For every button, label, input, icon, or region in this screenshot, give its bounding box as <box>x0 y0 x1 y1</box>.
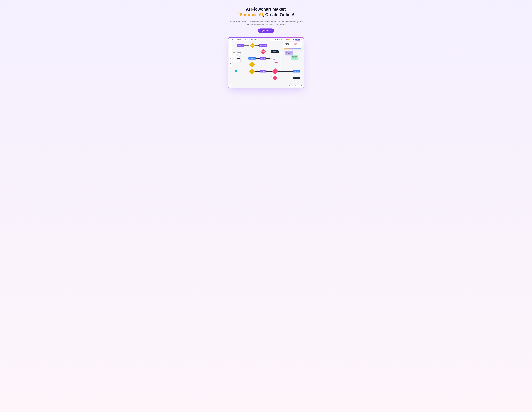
node-prod-env[interactable]: Production Environment <box>272 68 278 75</box>
ai-logo-icon <box>251 39 252 40</box>
send-icon[interactable]: → <box>300 46 301 48</box>
node-sec-test[interactable]: Security Testing <box>248 57 256 60</box>
node-delayed[interactable]: Delayed Launch <box>293 77 300 79</box>
frame-icon[interactable]: ▢ <box>230 45 231 46</box>
search-icon[interactable]: ⌕ <box>247 39 248 40</box>
collaborator-avatars[interactable] <box>286 39 290 40</box>
reaction-count: 6 <box>285 55 286 56</box>
back-icon[interactable]: ‹ <box>230 39 231 40</box>
panel-back-icon[interactable]: ‹ <box>283 44 284 45</box>
board-name[interactable]: Whiteboard <box>236 39 241 40</box>
cursor-anna: Anna <box>274 61 275 63</box>
chevron-down-icon[interactable]: ⌄ <box>241 39 242 40</box>
node-validation[interactable]: Validation <box>250 43 255 48</box>
ai-assistant-button[interactable]: AI Assistant <box>250 38 258 41</box>
ai-prompt-input[interactable]: Interface testing → <box>283 46 302 49</box>
chevron-icon[interactable]: › <box>271 39 272 40</box>
undo-icon[interactable]: ↶ <box>289 85 290 87</box>
confetti-icon[interactable]: ✦ <box>275 39 276 40</box>
template-icon[interactable]: ⊞ <box>230 63 231 64</box>
comment-icon[interactable]: ◔ <box>277 39 278 40</box>
app-preview-frame: ‹ ≡ ☁ Whiteboard ⌄ ◇ ⌕ AI Assistant › ▷ … <box>228 37 304 88</box>
tag-icon[interactable]: ◇ <box>245 39 246 40</box>
more-icon[interactable]: ⋯ <box>283 39 284 40</box>
share-user-icon: 👤 <box>296 39 297 40</box>
node-api-dev[interactable]: API development <box>237 45 244 46</box>
app-topbar: ‹ ≡ ☁ Whiteboard ⌄ ◇ ⌕ AI Assistant › ▷ … <box>229 38 303 41</box>
shape-icon[interactable]: ◻ <box>230 53 231 54</box>
tool-sidebar: ▢ T ◻ ∫ ✎ ✕ ⊞ ⋯ <box>229 42 232 67</box>
panel-title: Generate flowchart <box>285 43 292 45</box>
connector-icon[interactable]: ✕ <box>230 60 231 62</box>
sticky-note-icon[interactable] <box>230 50 231 51</box>
help-icon[interactable]: ? <box>301 39 302 40</box>
history-icon[interactable]: ↺ <box>279 39 280 40</box>
line-icon[interactable]: ∫ <box>230 55 231 56</box>
menu-icon[interactable]: ≡ <box>232 39 233 40</box>
node-ci-test[interactable]: CI Testing <box>260 70 266 73</box>
points-remaining: ◔ Remaining points:200 <box>293 43 300 45</box>
pen-icon[interactable]: ✎ <box>230 58 231 59</box>
pointer-icon[interactable]: ▷ <box>295 85 296 87</box>
highlight-text: Embrace AI <box>240 12 263 18</box>
node-basic-test[interactable]: Basic Testing <box>260 57 266 60</box>
zoom-level[interactable]: 100% <box>298 85 300 86</box>
cursor-eric: Eric <box>272 58 273 60</box>
more-tools-icon[interactable]: ⋯ <box>230 65 231 67</box>
node-problem[interactable]: Problem Notifications <box>271 50 279 53</box>
sparkle-icon: ✦ <box>238 12 239 14</box>
node-test-report[interactable]: Test Report <box>249 62 255 68</box>
view-controls: ↶ ↷ | ▷ 100% ⊞ <box>288 85 303 87</box>
page-subtitle: Boardmix is the ultimate AI-powered plat… <box>229 20 303 26</box>
try-free-button[interactable]: Try for Free → <box>258 28 274 33</box>
reaction-emoji: 😍 24 <box>292 58 297 59</box>
arrow-right-icon: → <box>269 30 271 32</box>
close-icon[interactable]: ✕ <box>301 44 302 45</box>
apps-icon[interactable]: ⌂ <box>281 39 282 40</box>
sticky-note-2[interactable]: Easy to work together online! 😍 24 <box>291 55 298 60</box>
cloud-icon: ☁ <box>234 39 235 40</box>
node-analysis[interactable]: Analysis Report <box>249 68 255 74</box>
ai-generate-panel: ‹ Generate flowchart ◔ Remaining points:… <box>282 42 303 50</box>
node-dark-launch[interactable]: Dark Launch <box>293 70 300 73</box>
add-user-icon[interactable]: + <box>291 39 292 40</box>
fit-icon[interactable]: ⊞ <box>301 85 302 87</box>
node-failing[interactable]: Failing <box>273 76 278 81</box>
node-func-valid[interactable]: Functional Validation <box>260 49 266 55</box>
play-icon[interactable]: ▷ <box>273 39 274 40</box>
minimap-button[interactable]: ⊡ <box>229 84 231 87</box>
share-button[interactable]: 👤 Share <box>295 39 300 40</box>
page-title: AI Flowchart Maker: ✦Embrace AI, Create … <box>229 6 303 18</box>
sticky-note-1[interactable]: Great! So many shapes available! 6 <box>285 51 293 55</box>
redo-icon[interactable]: ↷ <box>291 85 293 87</box>
node-iface-gen[interactable]: Interface Generation <box>259 45 267 46</box>
ai-logo-icon <box>284 44 285 45</box>
user-icon[interactable]: ◐ <box>293 39 294 40</box>
boardmix-logo-icon[interactable] <box>229 43 231 44</box>
text-icon[interactable]: T <box>230 47 231 49</box>
